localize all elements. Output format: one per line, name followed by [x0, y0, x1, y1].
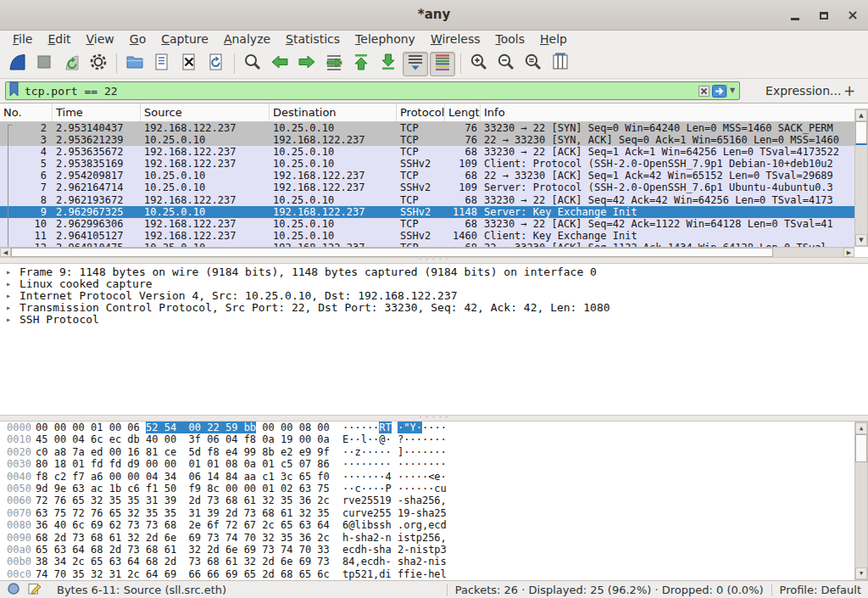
add-filter-button[interactable]: + [841, 82, 858, 99]
hex-row-0040[interactable]: 0040f8 c2 f7 a6 00 00 04 34 06 14 84 aa … [0, 471, 868, 483]
find-packet-button[interactable] [240, 52, 265, 76]
ascii-bytes[interactable]: ······RT ·"Y····· [342, 422, 447, 433]
column-header-destination[interactable]: Destination [270, 103, 397, 121]
scroll-up-icon[interactable]: ▲ [855, 422, 867, 434]
column-header-time[interactable]: Time [53, 103, 141, 121]
detail-row-1[interactable]: ▸Linux cooked capture [0, 278, 868, 290]
save-capture-button[interactable] [149, 52, 175, 76]
hex-row-00c0[interactable]: 00c074 70 35 32 31 2c 64 69 66 66 69 65 … [0, 568, 868, 580]
capture-options-button[interactable] [86, 52, 111, 76]
menu-view[interactable]: View [79, 31, 122, 48]
scroll-up-icon[interactable]: ▲ [855, 109, 867, 121]
ascii-bytes[interactable]: tp521,di ffie-hel [342, 568, 447, 580]
ascii-bytes[interactable]: curve255 19-sha25 [342, 507, 447, 519]
expand-triangle-icon[interactable]: ▸ [6, 302, 19, 314]
capture-comment-icon[interactable] [28, 582, 42, 598]
list-details-splitter[interactable]: · · · · · [0, 257, 868, 264]
scrollbar-thumb[interactable] [855, 434, 867, 462]
scrollbar-track[interactable] [855, 145, 867, 234]
open-capture-button[interactable] [122, 52, 147, 76]
menu-analyze[interactable]: Analyze [216, 31, 278, 48]
go-to-packet-button[interactable] [321, 52, 347, 76]
ascii-bytes[interactable]: ecdh-sha 2-nistp3 [342, 544, 447, 556]
scrollbar-track[interactable] [855, 462, 867, 567]
ascii-bytes[interactable]: rve25519 -sha256, [342, 495, 447, 506]
auto-scroll-toggle[interactable] [403, 52, 428, 76]
scroll-down-icon[interactable]: ▼ [855, 234, 867, 246]
close-button[interactable]: × [846, 8, 860, 22]
packet-row-10[interactable]: 102.962996306192.168.122.23710.25.0.10TC… [0, 218, 854, 230]
filter-clear-button[interactable] [696, 83, 711, 98]
hex-row-0000[interactable]: 000000 00 00 01 00 06 52 54 00 22 59 bb … [0, 422, 868, 433]
packet-row-3[interactable]: 32.95362123910.25.0.10192.168.122.237TCP… [0, 134, 854, 146]
expression-button[interactable]: Expression... [765, 84, 841, 98]
packet-row-9[interactable]: 92.96296732510.25.0.10192.168.122.237SSH… [0, 206, 854, 218]
column-header-info[interactable]: Info [481, 103, 854, 121]
ascii-bytes[interactable]: ·······4 ·····<e· [342, 471, 447, 483]
ascii-bytes[interactable]: ········ ········ [342, 458, 447, 470]
zoom-out-button[interactable] [493, 52, 519, 76]
hex-bytes[interactable]: 68 2d 73 68 61 32 2d 6e 69 73 74 70 32 3… [34, 532, 342, 544]
display-filter-input[interactable] [21, 83, 696, 98]
menu-file[interactable]: File [5, 31, 40, 48]
hex-bytes[interactable]: 38 34 2c 65 63 64 68 2d 73 68 61 32 2d 6… [34, 556, 342, 567]
hex-row-0030[interactable]: 003080 18 01 fd fd d9 00 00 01 01 08 0a … [0, 458, 868, 470]
menu-capture[interactable]: Capture [153, 31, 216, 48]
scrollbar-track[interactable] [773, 248, 843, 257]
hex-row-0010[interactable]: 001045 00 04 6c ec db 40 00 3f 06 04 f8 … [0, 433, 868, 445]
packet-list-vertical-scrollbar[interactable]: ▲ ▼ [854, 109, 868, 247]
filter-apply-button[interactable] [711, 83, 726, 98]
hex-row-0020[interactable]: 0020c0 a8 7a ed 00 16 81 ce 5d f8 e4 99 … [0, 446, 868, 458]
go-to-bottom-button[interactable] [376, 52, 401, 76]
expand-triangle-icon[interactable]: ▸ [6, 266, 19, 278]
hex-bytes[interactable]: 80 18 01 fd fd d9 00 00 01 01 08 0a 01 c… [34, 458, 342, 470]
filter-bookmark-icon[interactable] [8, 81, 21, 100]
hex-bytes[interactable]: c0 a8 7a ed 00 16 81 ce 5d f8 e4 99 8b e… [34, 446, 342, 458]
maximize-button[interactable] [817, 8, 831, 22]
zoom-100-button[interactable] [520, 52, 546, 76]
hex-row-0060[interactable]: 006072 76 65 32 35 35 31 39 2d 73 68 61 … [0, 495, 868, 506]
menu-go[interactable]: Go [122, 31, 153, 48]
hex-row-0070[interactable]: 007063 75 72 76 65 32 35 35 31 39 2d 73 … [0, 507, 868, 519]
scroll-left-icon[interactable]: ◀ [0, 248, 11, 257]
packet-row-2[interactable]: 22.953140437192.168.122.23710.25.0.10TCP… [0, 122, 854, 134]
hex-bytes[interactable]: 9d 9e 63 ac 1b c6 f1 50 f9 8c 00 00 01 0… [34, 483, 342, 495]
colorize-toggle[interactable] [430, 52, 455, 76]
hex-bytes[interactable]: 36 40 6c 69 62 73 73 68 2e 6f 72 67 2c 6… [34, 519, 342, 531]
bytes-vertical-scrollbar[interactable]: ▲ ▼ [854, 422, 868, 580]
packet-row-11[interactable]: 112.964105127192.168.122.23710.25.0.10SS… [0, 230, 854, 242]
scroll-right-icon[interactable]: ▶ [843, 248, 854, 257]
hex-bytes[interactable]: 65 63 64 68 2d 73 68 61 32 2d 6e 69 73 7… [34, 544, 342, 556]
go-to-top-button[interactable] [348, 52, 374, 76]
detail-row-4[interactable]: ▸SSH Protocol [0, 314, 868, 326]
column-header-source[interactable]: Source [141, 103, 270, 121]
expand-triangle-icon[interactable]: ▸ [6, 314, 19, 326]
ascii-bytes[interactable]: 84,ecdh- sha2-nis [342, 556, 447, 567]
close-capture-button[interactable] [176, 52, 202, 76]
menu-tools[interactable]: Tools [488, 31, 533, 48]
ascii-bytes[interactable]: 6@libssh .org,ecd [342, 519, 447, 531]
menu-edit[interactable]: Edit [40, 31, 78, 48]
zoom-in-button[interactable] [466, 52, 492, 76]
packet-row-6[interactable]: 62.95420981710.25.0.10192.168.122.237TCP… [0, 170, 854, 182]
resize-columns-button[interactable] [548, 52, 573, 76]
reload-capture-button[interactable] [203, 52, 229, 76]
stop-capture-button[interactable] [31, 52, 57, 76]
ascii-bytes[interactable]: E··l··@· ?······· [342, 433, 447, 445]
start-capture-button[interactable] [4, 52, 30, 76]
restart-capture-button[interactable] [58, 52, 84, 76]
expert-info-icon[interactable] [7, 582, 20, 598]
packet-row-5[interactable]: 52.953835169192.168.122.23710.25.0.10SSH… [0, 158, 854, 170]
filter-dropdown-caret[interactable]: ▼ [726, 84, 737, 98]
hex-bytes[interactable]: 74 70 35 32 31 2c 64 69 66 66 69 65 2d 6… [34, 568, 342, 580]
menu-statistics[interactable]: Statistics [278, 31, 348, 48]
column-header-length[interactable]: Length [445, 103, 481, 121]
hex-bytes[interactable]: 00 00 00 01 00 06 52 54 00 22 59 bb 00 0… [34, 422, 342, 433]
go-back-button[interactable] [267, 52, 292, 76]
hex-row-00a0[interactable]: 00a065 63 64 68 2d 73 68 61 32 2d 6e 69 … [0, 544, 868, 556]
details-bytes-splitter[interactable]: · · · · · [0, 415, 868, 422]
scroll-down-icon[interactable]: ▼ [855, 567, 867, 579]
detail-row-0[interactable]: ▸Frame 9: 1148 bytes on wire (9184 bits)… [0, 266, 868, 278]
go-forward-button[interactable] [294, 52, 320, 76]
hex-row-0050[interactable]: 00509d 9e 63 ac 1b c6 f1 50 f9 8c 00 00 … [0, 483, 868, 495]
